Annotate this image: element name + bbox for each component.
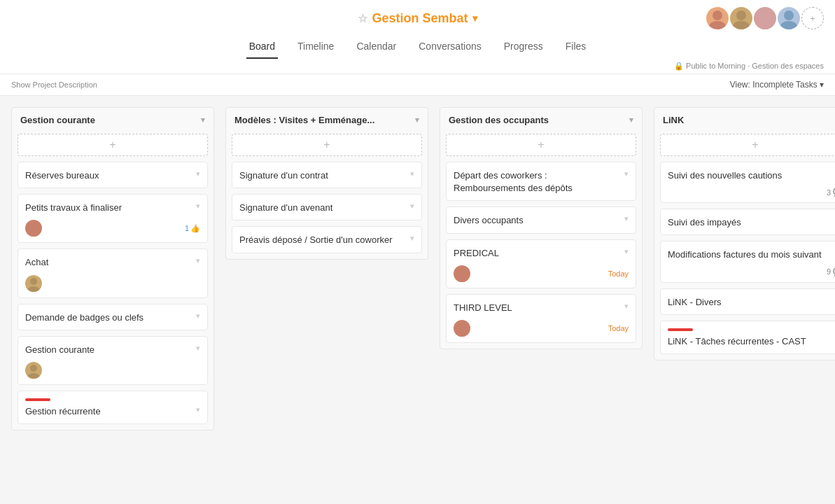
card-avatar <box>454 265 470 282</box>
column-link: LiNK ▾ + Suivi des nouvelles cautions ▾ … <box>654 107 835 360</box>
card-demande-badges: Demande de badges ou clefs ▾ <box>17 304 208 330</box>
svg-point-11 <box>27 286 40 292</box>
card-suivi-impayes: Suivi des impayés ▾ <box>660 209 835 235</box>
avatar-4[interactable] <box>778 7 800 29</box>
column-chevron-icon[interactable]: ▾ <box>415 115 419 125</box>
sub-header: Show Project Description View: Incomplet… <box>0 74 835 96</box>
svg-point-7 <box>780 21 797 29</box>
svg-point-3 <box>733 21 750 29</box>
svg-point-9 <box>27 231 40 237</box>
card-date: Today <box>608 324 629 332</box>
card-suivi-cautions: Suivi des nouvelles cautions ▾ 3 💬 <box>660 162 835 203</box>
svg-point-15 <box>456 276 468 282</box>
column-gestion-occupants: Gestion des occupants ▾ + Départ des cow… <box>440 107 643 349</box>
card-chevron-icon: ▾ <box>410 234 414 243</box>
svg-point-13 <box>27 373 40 379</box>
column-title: Gestion courante <box>20 115 95 125</box>
svg-point-16 <box>458 323 465 330</box>
svg-point-4 <box>760 10 770 20</box>
avatar-1[interactable] <box>706 7 729 29</box>
card-avatar <box>454 320 470 337</box>
cards-col4: Suivi des nouvelles cautions ▾ 3 💬 Suivi… <box>654 162 835 360</box>
card-chevron-icon: ▾ <box>196 405 200 414</box>
avatar-2[interactable] <box>730 7 752 29</box>
card-signature-contrat: Signature d'un contrat ▾ <box>232 162 422 188</box>
svg-point-2 <box>736 10 746 20</box>
tab-timeline[interactable]: Timeline <box>295 35 337 59</box>
add-card-button-col4[interactable]: + <box>660 134 835 156</box>
card-gestion-recurrente: Gestion récurrente ▾ <box>17 391 208 424</box>
add-card-button-col3[interactable]: + <box>446 134 636 156</box>
red-bar <box>25 398 50 401</box>
card-depart-coworkers: Départ des coworkers : Remboursements de… <box>446 162 636 201</box>
column-chevron-icon[interactable]: ▾ <box>629 115 633 125</box>
card-avatar <box>25 275 42 292</box>
title-chevron-icon[interactable]: ▾ <box>472 13 477 24</box>
header: ☆ Gestion Sembat ▾ + Bo <box>0 0 835 74</box>
card-reserves-bureaux: Réserves bureaux ▾ <box>17 162 208 188</box>
column-title: LiNK <box>663 115 684 125</box>
add-member-button[interactable]: + <box>801 7 824 29</box>
lock-icon: 🔒 <box>674 62 684 70</box>
card-comments: 9 💬 <box>827 267 835 276</box>
svg-point-6 <box>784 10 794 20</box>
card-chevron-icon: ▾ <box>196 256 200 265</box>
svg-point-0 <box>713 10 722 20</box>
card-link-taches-recurrentes: LiNK - Tâches récurrentes - CAST ▾ <box>660 321 835 354</box>
card-like-badge: 1 👍 <box>185 224 200 233</box>
svg-point-17 <box>456 331 468 337</box>
card-chevron-icon: ▾ <box>410 202 414 211</box>
view-select-button[interactable]: View: Incomplete Tasks ▾ <box>730 80 824 90</box>
red-bar <box>668 328 693 331</box>
project-meta: 🔒 Public to Morning · Gestion des espace… <box>0 59 835 74</box>
card-link-divers: LiNK - Divers ▾ <box>660 288 835 315</box>
add-card-button-col2[interactable]: + <box>232 134 422 156</box>
card-chevron-icon: ▾ <box>624 214 629 223</box>
tab-files[interactable]: Files <box>563 35 589 59</box>
card-chevron-icon: ▾ <box>624 247 629 256</box>
card-chevron-icon: ▾ <box>196 202 200 211</box>
card-chevron-icon: ▾ <box>624 169 629 178</box>
cards-col1: Réserves bureaux ▾ Petits travaux à fina… <box>12 162 213 430</box>
cards-col2: Signature d'un contrat ▾ Signature d'un … <box>226 162 428 259</box>
board: Gestion courante ▾ + Réserves bureaux ▾ … <box>0 96 835 504</box>
card-predical: PREDICAL ▾ Today <box>446 239 636 288</box>
cards-col3: Départ des coworkers : Remboursements de… <box>440 162 642 349</box>
avatar-3[interactable] <box>754 7 776 29</box>
card-chevron-icon: ▾ <box>196 344 200 353</box>
tab-calendar[interactable]: Calendar <box>353 35 399 59</box>
svg-point-10 <box>30 278 37 285</box>
tab-board[interactable]: Board <box>246 35 278 59</box>
svg-point-12 <box>30 365 37 372</box>
card-gestion-courante: Gestion courante ▾ <box>17 336 208 385</box>
app-container: ☆ Gestion Sembat ▾ + Bo <box>0 0 835 504</box>
card-third-level: THIRD LEVEL ▾ Today <box>446 294 636 343</box>
card-avatar <box>25 220 42 237</box>
svg-point-1 <box>709 21 726 29</box>
svg-point-8 <box>30 223 37 230</box>
card-chevron-icon: ▾ <box>196 312 200 321</box>
card-chevron-icon: ▾ <box>624 302 629 311</box>
svg-point-5 <box>757 21 773 29</box>
title-text: Gestion Sembat <box>372 11 468 26</box>
card-divers-occupants: Divers occupants ▾ <box>446 206 636 233</box>
card-preavis-depose: Préavis déposé / Sortie d'un coworker ▾ <box>232 226 422 253</box>
column-chevron-icon[interactable]: ▾ <box>201 115 205 125</box>
tab-progress[interactable]: Progress <box>501 35 546 59</box>
column-title: Gestion des occupants <box>449 115 549 125</box>
add-card-button-col1[interactable]: + <box>17 134 208 156</box>
column-title: Modèles : Visites + Emménage... <box>234 115 374 125</box>
star-icon[interactable]: ☆ <box>358 12 367 25</box>
card-modifications-factures: Modifications factures du mois suivant ▾… <box>660 241 835 282</box>
tab-conversations[interactable]: Conversations <box>416 35 484 59</box>
card-achat: Achat ▾ <box>17 248 208 298</box>
card-avatar <box>25 362 42 379</box>
card-chevron-icon: ▾ <box>196 169 200 178</box>
card-comments: 3 💬 <box>827 188 835 197</box>
thumb-icon: 👍 <box>190 224 200 233</box>
card-petits-travaux: Petits travaux à finaliser ▾ 1 👍 <box>17 194 208 243</box>
svg-point-14 <box>458 268 465 275</box>
show-description-button[interactable]: Show Project Description <box>11 80 97 89</box>
card-signature-avenant: Signature d'un avenant ▾ <box>232 194 422 220</box>
nav-tabs: Board Timeline Calendar Conversations Pr… <box>0 29 835 59</box>
